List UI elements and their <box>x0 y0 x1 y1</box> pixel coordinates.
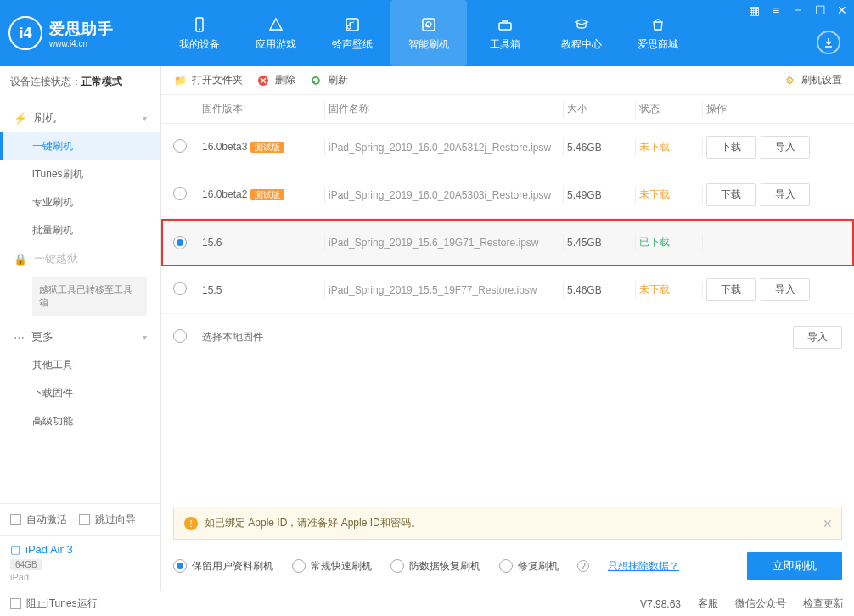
import-button[interactable]: 导入 <box>761 278 810 301</box>
sidebar-item-oneclick-flash[interactable]: 一键刷机 <box>0 132 160 160</box>
sidebar-group-jailbreak: 🔒 一键越狱 <box>0 244 160 273</box>
maximize-icon[interactable]: ☐ <box>813 3 827 17</box>
option-label: 防数据恢复刷机 <box>409 559 480 574</box>
ipad-icon: ▢ <box>10 543 20 556</box>
skip-guide-checkbox[interactable]: 跳过向导 <box>79 512 136 527</box>
sidebar-item-advanced[interactable]: 高级功能 <box>0 407 160 435</box>
checkbox-label: 跳过向导 <box>95 512 136 527</box>
firmware-name: iPad_Spring_2019_15.5_19F77_Restore.ipsw <box>329 284 559 296</box>
warning-icon: ! <box>184 517 198 530</box>
main-area: 设备连接状态：正常模式 ⚡ 刷机 ▾ 一键刷机 iTunes刷机 专业刷机 批量… <box>0 66 854 591</box>
download-button[interactable]: 下载 <box>706 278 756 301</box>
row-radio[interactable] <box>173 187 187 200</box>
app-header: i4 爱思助手 www.i4.cn 我的设备 应用游戏 铃声壁纸 智能刷机 工具… <box>0 0 854 66</box>
import-button[interactable]: 导入 <box>761 136 810 159</box>
chevron-down-icon: ▾ <box>143 333 147 342</box>
download-indicator-icon[interactable] <box>817 31 840 54</box>
delete-button[interactable]: 删除 <box>256 73 295 87</box>
content: 📁 打开文件夹 删除 刷新 ⚙ 刷机设置 固件版本 固件名称 大小 <box>161 66 854 591</box>
option-label: 常规快速刷机 <box>311 559 372 574</box>
button-label: 删除 <box>275 73 295 87</box>
sidebar-item-batch-flash[interactable]: 批量刷机 <box>0 216 160 244</box>
sidebar-item-download-firmware[interactable]: 下载固件 <box>0 379 160 407</box>
delete-icon <box>256 74 270 87</box>
sidebar-group-flash[interactable]: ⚡ 刷机 ▾ <box>0 104 160 132</box>
option-label: 保留用户资料刷机 <box>192 559 273 574</box>
sidebar-group-label: 一键越狱 <box>34 251 78 266</box>
firmware-row[interactable]: 选择本地固件 导入 <box>161 314 854 361</box>
toolbox-icon <box>496 15 514 34</box>
download-button[interactable]: 下载 <box>706 136 756 159</box>
nav-my-device[interactable]: 我的设备 <box>161 0 238 66</box>
open-folder-button[interactable]: 📁 打开文件夹 <box>173 73 243 87</box>
nav-tutorials[interactable]: 教程中心 <box>543 0 620 66</box>
nav-label: 工具箱 <box>490 37 520 52</box>
option-anti-recovery[interactable]: 防数据恢复刷机 <box>390 559 480 574</box>
col-version: 固件版本 <box>202 102 321 116</box>
sidebar-group-label: 更多 <box>31 329 53 344</box>
alert-close-button[interactable]: ✕ <box>823 517 833 530</box>
sidebar-item-pro-flash[interactable]: 专业刷机 <box>0 188 160 216</box>
sidebar-item-other-tools[interactable]: 其他工具 <box>0 351 160 379</box>
svg-rect-4 <box>499 23 511 30</box>
tutorial-icon <box>572 15 591 34</box>
support-link[interactable]: 客服 <box>698 596 718 611</box>
flash-now-button[interactable]: 立即刷机 <box>747 552 842 580</box>
flash-options: 保留用户资料刷机 常规快速刷机 防数据恢复刷机 修复刷机 ? 只想抹除数据？ 立… <box>161 540 854 591</box>
nav-flash[interactable]: 智能刷机 <box>390 0 467 66</box>
block-itunes-checkbox[interactable]: 阻止iTunes运行 <box>10 596 98 611</box>
device-info[interactable]: ▢iPad Air 3 64GB iPad <box>0 535 160 591</box>
import-button[interactable]: 导入 <box>793 326 842 349</box>
row-radio[interactable] <box>173 282 187 295</box>
nav-ringtone[interactable]: 铃声壁纸 <box>314 0 390 66</box>
sidebar-item-itunes-flash[interactable]: iTunes刷机 <box>0 160 160 188</box>
col-size: 大小 <box>567 102 632 116</box>
firmware-size: 5.46GB <box>567 284 632 296</box>
close-icon[interactable]: ✕ <box>835 3 849 17</box>
firmware-row[interactable]: 16.0beta2测试版 iPad_Spring_2019_16.0_20A53… <box>161 171 854 219</box>
download-button[interactable]: 下载 <box>706 183 756 206</box>
music-icon <box>343 15 362 34</box>
erase-data-link[interactable]: 只想抹除数据？ <box>608 559 679 574</box>
version-label: V7.98.63 <box>640 598 681 610</box>
check-update-link[interactable]: 检查更新 <box>803 596 844 611</box>
firmware-row[interactable]: 15.5 iPad_Spring_2019_15.5_19F77_Restore… <box>161 266 854 314</box>
nav-label: 爱思商城 <box>638 37 678 52</box>
local-firmware-label: 选择本地固件 <box>202 330 706 344</box>
option-keep-data[interactable]: 保留用户资料刷机 <box>173 559 273 574</box>
minimize-icon[interactable]: － <box>791 3 805 17</box>
auto-activate-checkbox[interactable]: 自动激活 <box>10 512 67 527</box>
option-normal[interactable]: 常规快速刷机 <box>292 559 372 574</box>
button-label: 刷机设置 <box>801 73 842 87</box>
firmware-name: iPad_Spring_2019_16.0_20A5312j_Restore.i… <box>329 142 559 154</box>
firmware-status: 未下载 <box>639 188 699 202</box>
row-radio[interactable] <box>173 329 187 343</box>
store-icon <box>649 15 667 34</box>
window-controls: ▦ ≡ － ☐ ✕ <box>747 3 849 17</box>
apple-id-alert: ! 如已绑定 Apple ID，请准备好 Apple ID和密码。 ✕ <box>173 507 842 540</box>
firmware-row[interactable]: 15.6 iPad_Spring_2019_15.6_19G71_Restore… <box>161 219 854 266</box>
nav-toolbox[interactable]: 工具箱 <box>467 0 543 66</box>
help-icon[interactable]: ? <box>577 560 589 572</box>
flash-settings-button[interactable]: ⚙ 刷机设置 <box>783 73 842 87</box>
wechat-link[interactable]: 微信公众号 <box>735 596 786 611</box>
nav-apps[interactable]: 应用游戏 <box>238 0 314 66</box>
firmware-status: 未下载 <box>639 283 699 297</box>
svg-rect-3 <box>423 19 435 31</box>
nav-store[interactable]: 爱思商城 <box>620 0 696 66</box>
option-repair[interactable]: 修复刷机 <box>499 559 559 574</box>
refresh-icon <box>419 15 438 34</box>
firmware-row[interactable]: 16.0beta3测试版 iPad_Spring_2019_16.0_20A53… <box>161 124 854 171</box>
logo-url: www.i4.cn <box>49 39 114 48</box>
import-button[interactable]: 导入 <box>761 183 810 206</box>
row-radio[interactable] <box>173 139 187 153</box>
sidebar-group-more[interactable]: ⋯ 更多 ▾ <box>0 322 160 351</box>
table-header: 固件版本 固件名称 大小 状态 操作 <box>161 95 854 124</box>
device-capacity: 64GB <box>10 559 42 570</box>
menu-icon[interactable]: ≡ <box>769 3 783 17</box>
row-radio[interactable] <box>173 236 187 249</box>
firmware-name: iPad_Spring_2019_16.0_20A5303i_Restore.i… <box>329 189 559 201</box>
firmware-size: 5.45GB <box>567 237 632 249</box>
grid-icon[interactable]: ▦ <box>747 3 761 17</box>
refresh-button[interactable]: 刷新 <box>309 73 348 87</box>
